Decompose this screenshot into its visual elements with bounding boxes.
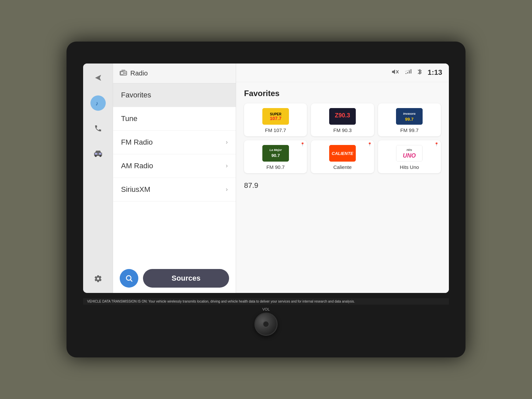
- menu-item-favorites[interactable]: Favorites: [113, 83, 236, 107]
- favorites-grid: SUPER 107.7 FM 107.7 Z90.3: [244, 103, 441, 173]
- data-bar-text: VEHICLE DATA TRANSMISSION IS ON: Your ve…: [87, 300, 355, 303]
- data-bar: VEHICLE DATA TRANSMISSION IS ON: Your ve…: [83, 298, 449, 305]
- fm-chevron-icon: ›: [226, 139, 228, 146]
- screen: ♪: [83, 64, 449, 293]
- main-content: 1:13 Favorites SUPER 107.7: [236, 64, 449, 293]
- svg-rect-27: [396, 108, 423, 125]
- menu-item-tune[interactable]: Tune: [113, 107, 236, 131]
- svg-point-4: [95, 155, 97, 157]
- svg-text:UNO: UNO: [403, 152, 416, 159]
- sidebar: ♪: [83, 64, 113, 293]
- station-card-fm907[interactable]: 📍 La Mejor 90.7 FM 90.7: [244, 140, 307, 173]
- svg-point-10: [124, 72, 126, 74]
- sources-button[interactable]: Sources: [143, 269, 229, 288]
- below-screen: VEHICLE DATA TRANSMISSION IS ON: Your ve…: [83, 298, 449, 336]
- svg-rect-6: [95, 153, 97, 155]
- station-name-fm907: FM 90.7: [266, 164, 285, 170]
- svg-text:La Mejor: La Mejor: [269, 148, 282, 152]
- svg-text:90.7: 90.7: [271, 153, 280, 158]
- svg-text:Invasora: Invasora: [403, 112, 416, 115]
- station-logo-hitsuno: Hits UNO: [396, 145, 423, 162]
- station-card-fm997[interactable]: Invasora 99.7 FM 99.7: [378, 103, 441, 136]
- music-icon[interactable]: ♪: [90, 95, 106, 111]
- vol-label: VOL: [262, 307, 270, 311]
- svg-line-21: [405, 69, 411, 71]
- svg-marker-0: [95, 75, 101, 81]
- svg-text:Z90.3: Z90.3: [335, 112, 350, 119]
- svg-text:CALIENTE: CALIENTE: [332, 151, 353, 156]
- search-button[interactable]: [120, 269, 138, 288]
- svg-marker-14: [392, 69, 395, 74]
- menu-item-tune-label: Tune: [121, 114, 137, 123]
- menu-header: Radio: [113, 64, 236, 83]
- svg-text:107.7: 107.7: [270, 116, 281, 121]
- svg-text:99.7: 99.7: [405, 117, 414, 122]
- svg-rect-9: [121, 72, 123, 74]
- radio-header-icon: [120, 69, 127, 77]
- station-name-caliente: Caliente: [333, 164, 351, 170]
- svg-text:Hits: Hits: [407, 148, 412, 152]
- svg-point-5: [99, 155, 101, 157]
- menu-bottom: Sources: [113, 264, 236, 293]
- top-bar: 1:13: [236, 64, 449, 82]
- current-station-display: 87.9: [244, 180, 441, 191]
- menu-panel: Radio Favorites Tune FM Radio › AM Radio…: [113, 64, 236, 293]
- station-card-fm903[interactable]: Z90.3 FM 90.3: [311, 103, 374, 136]
- station-logo-fm907: La Mejor 90.7: [262, 145, 289, 162]
- menu-item-sirius[interactable]: SiriusXM ›: [113, 178, 236, 201]
- svg-line-13: [131, 280, 132, 281]
- station-name-hitsuno: Hits Uno: [400, 164, 419, 170]
- bluetooth-icon: [417, 68, 422, 77]
- phone-icon[interactable]: [90, 121, 106, 136]
- station-card-hitsuno[interactable]: 📍 Hits UNO Hits Uno: [378, 140, 441, 173]
- svg-text:♪: ♪: [95, 100, 98, 107]
- menu-title: Radio: [130, 69, 148, 77]
- pin-icon-fm907: 📍: [300, 142, 305, 147]
- favorites-title: Favorites: [244, 89, 441, 98]
- navigation-icon[interactable]: [90, 70, 106, 85]
- station-logo-fm903: Z90.3: [329, 108, 356, 125]
- menu-item-fm[interactable]: FM Radio ›: [113, 131, 236, 154]
- svg-rect-7: [99, 153, 101, 155]
- menu-item-fm-label: FM Radio: [121, 138, 153, 147]
- svg-point-11: [124, 72, 124, 73]
- station-name-fm903: FM 90.3: [333, 127, 351, 133]
- settings-icon[interactable]: [90, 271, 106, 286]
- menu-item-am[interactable]: AM Radio ›: [113, 154, 236, 178]
- vol-knob-indicator: [263, 321, 269, 328]
- menu-item-sirius-label: SiriusXM: [121, 185, 150, 194]
- mute-icon: [392, 69, 399, 76]
- svg-marker-3: [95, 151, 101, 153]
- station-logo-fm997: Invasora 99.7: [396, 108, 423, 125]
- volume-knob[interactable]: [254, 313, 278, 336]
- station-card-fm1077[interactable]: SUPER 107.7 FM 107.7: [244, 103, 307, 136]
- station-logo-fm1077: SUPER 107.7: [262, 108, 289, 125]
- menu-item-am-label: AM Radio: [121, 162, 153, 170]
- station-name-fm1077: FM 107.7: [265, 127, 286, 133]
- pin-icon-hitsuno: 📍: [434, 142, 439, 147]
- clock-display: 1:13: [428, 68, 442, 77]
- am-chevron-icon: ›: [226, 162, 228, 169]
- station-card-caliente[interactable]: 📍 CALIENTE Caliente: [311, 140, 374, 173]
- signal-icon: [404, 69, 412, 76]
- pin-icon-caliente: 📍: [367, 142, 372, 147]
- content-area: Favorites SUPER 107.7 FM 107.7: [236, 82, 449, 293]
- station-logo-caliente: CALIENTE: [329, 145, 356, 162]
- sirius-chevron-icon: ›: [226, 186, 228, 193]
- car-bezel: ♪: [66, 42, 466, 357]
- car-icon[interactable]: [90, 146, 106, 161]
- station-name-fm997: FM 99.7: [400, 127, 419, 133]
- menu-item-favorites-label: Favorites: [121, 91, 151, 99]
- vol-knob-area: VOL: [254, 307, 278, 336]
